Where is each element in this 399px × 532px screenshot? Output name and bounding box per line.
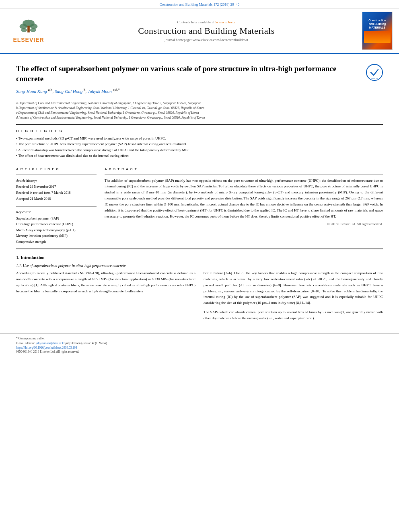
footer-corresponding: * Corresponding author.: [16, 336, 383, 341]
svg-point-2: [30, 24, 38, 29]
article-info-col: A R T I C L E I N F O Article history: R…: [16, 167, 97, 244]
keyword-2: Ultra-high performance concrete (UHPC): [16, 221, 97, 227]
affiliations-block: a Department of Civil and Environmental …: [16, 101, 383, 120]
keyword-1: Superabsorbent polymer (SAP): [16, 216, 97, 221]
received-revised-date: Received in revised form 7 March 2018: [16, 190, 97, 196]
journal-title: Construction and Building Materials: [55, 26, 358, 36]
keywords-label: Keywords:: [16, 210, 97, 214]
highlight-item-2: The pore structure of UHPC was altered b…: [16, 141, 383, 147]
contents-line: Contents lists available at ScienceDirec…: [55, 20, 358, 24]
svg-point-1: [20, 24, 27, 29]
intro-title: Introduction: [21, 255, 45, 260]
info-divider-mid: [16, 206, 97, 207]
body-left-col: According to recently published standard…: [16, 270, 195, 321]
highlights-label: H I G H L I G H T S: [16, 129, 383, 133]
affiliation-b: b Department of Architecture & Architect…: [16, 106, 383, 111]
highlight-item-3: A linear relationship was found between …: [16, 147, 383, 153]
journal-homepage: journal homepage: www.elsevier.com/locat…: [55, 38, 358, 42]
author-kang-sup: a,b: [48, 88, 52, 92]
journal-cover-image: Construction and Building MATERIALS: [362, 12, 393, 50]
intro-para1: According to recently published standard…: [16, 270, 195, 294]
elsevier-logo: ELSEVIER: [6, 19, 51, 43]
abstract-text: The addition of superabsorbent polymer (…: [105, 178, 383, 220]
author-moon: Juhyuk Moon: [88, 89, 112, 94]
affiliation-d: d Institute of Construction and Environm…: [16, 115, 383, 120]
intro-sub-number: 1.1.: [16, 264, 22, 268]
abstract-divider: [105, 174, 383, 175]
intro-subheading: 1.1. Use of superabsorbent polymer in ul…: [16, 264, 383, 268]
cover-title-text: Construction and Building MATERIALS: [368, 18, 386, 29]
author-moon-sup: c,d,*: [113, 88, 120, 92]
journal-reference-bar: Construction and Building Materials 172 …: [0, 0, 399, 8]
affiliation-c: c Department of Civil and Environmental …: [16, 111, 383, 115]
sciencedirect-link[interactable]: ScienceDirect: [215, 20, 235, 24]
highlight-item-4: The effect of heat-treatment was diminis…: [16, 153, 383, 158]
svg-point-5: [30, 28, 36, 32]
abstract-copyright: © 2018 Elsevier Ltd. All rights reserved…: [105, 222, 383, 226]
title-divider: [16, 124, 383, 125]
email-suffix: (J. Moon).: [95, 341, 107, 345]
history-label: Article history:: [16, 178, 97, 184]
article-title-block: The effect of superabsorbent polymer on …: [16, 64, 360, 96]
authors-line: Sung-Hoon Kang a,b, Sung-Gul Hong b, Juh…: [16, 88, 360, 94]
footer-doi[interactable]: https://doi.org/10.1016/j.conbuildmat.20…: [16, 346, 383, 349]
keyword-3: Micro X-ray computed tomography (μ-CT): [16, 227, 97, 233]
email-address[interactable]: juhyukmoon@snu.ac.kr: [36, 341, 65, 345]
keyword-4: Mercury intrusion porosimetry (MIP): [16, 233, 97, 238]
keyword-5: Compressive strength: [16, 239, 97, 244]
highlights-list: Two experimental methods (3D μ-CT and MI…: [16, 136, 383, 159]
journal-center-block: Contents lists available at ScienceDirec…: [55, 20, 358, 42]
intro-number: 1.: [16, 255, 19, 260]
check-for-updates-badge: check for updates: [366, 64, 383, 81]
corresponding-note: * Corresponding author.: [16, 337, 45, 340]
info-abstract-section: A R T I C L E I N F O Article history: R…: [16, 167, 383, 244]
history-dates: Received 24 November 2017 Received in re…: [16, 184, 97, 202]
abstract-divider-bottom: [16, 249, 383, 249]
page-footer: * Corresponding author. E-mail address: …: [0, 333, 399, 357]
body-columns: According to recently published standard…: [16, 270, 383, 321]
journal-header: ELSEVIER Contents lists available at Sci…: [0, 8, 399, 54]
abstract-col: A B S T R A C T The addition of superabs…: [105, 167, 383, 244]
article-info-label: A R T I C L E I N F O: [16, 167, 97, 171]
highlights-divider: [16, 163, 383, 163]
affiliation-a: a Department of Civil and Environmental …: [16, 101, 383, 106]
intro-para3: The SAPs which can absorb cement pore so…: [204, 309, 383, 321]
abstract-label: A B S T R A C T: [105, 167, 383, 171]
article-title: The effect of superabsorbent polymer on …: [16, 64, 360, 84]
highlights-section: H I G H L I G H T S Two experimental met…: [16, 129, 383, 159]
highlight-item-1: Two experimental methods (3D μ-CT and MI…: [16, 136, 383, 141]
footer-email-line: E-mail address: juhyukmoon@snu.ac.kr juh…: [16, 341, 383, 346]
author-kang: Sung-Hoon Kang: [16, 89, 47, 94]
footer-issn: 0950-0618/© 2018 Elsevier Ltd. All right…: [16, 349, 383, 354]
author-hong: Sung-Gul Hong: [55, 89, 82, 94]
introduction-section: 1. Introduction 1.1. Use of superabsorbe…: [16, 255, 383, 268]
keywords-list: Superabsorbent polymer (SAP) Ultra-high …: [16, 216, 97, 244]
info-divider-top: [16, 174, 97, 175]
elsevier-label: ELSEVIER: [13, 37, 44, 43]
article-title-section: The effect of superabsorbent polymer on …: [16, 64, 383, 96]
accepted-date: Accepted 21 March 2018: [16, 196, 97, 202]
intro-heading: 1. Introduction: [16, 255, 383, 260]
journal-ref-text: Construction and Building Materials 172 …: [160, 2, 239, 6]
main-content: The effect of superabsorbent polymer on …: [0, 54, 399, 329]
author-hong-sup: b: [84, 88, 86, 92]
svg-point-4: [21, 28, 27, 32]
body-right-col: brittle failure [2–6]. One of the key fa…: [204, 270, 383, 321]
email-address-text: juhyukmoon@snu.ac.kr: [66, 341, 95, 345]
received-date: Received 24 November 2017: [16, 184, 97, 190]
intro-sub-title: Use of superabsorbent polymer in ultra-h…: [23, 264, 126, 268]
email-label: E-mail address:: [16, 341, 35, 345]
svg-rect-3: [27, 25, 30, 32]
svg-text:updates: updates: [372, 79, 377, 81]
elsevier-tree-icon: [12, 19, 45, 36]
article-history-block: Article history: Received 24 November 20…: [16, 178, 97, 202]
intro-para2: brittle failure [2–6]. One of the key fa…: [204, 270, 383, 306]
